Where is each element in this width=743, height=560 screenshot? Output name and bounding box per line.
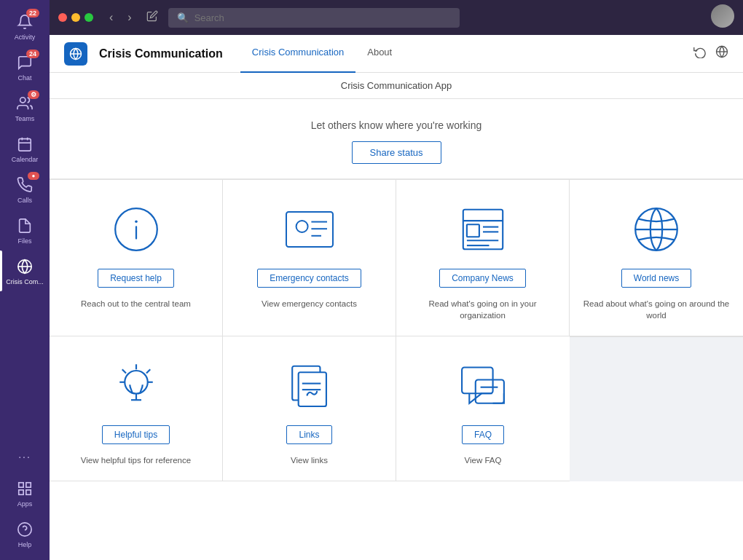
more-icon: ··· (15, 446, 35, 467)
content: Crisis Communication App Let others know… (50, 73, 743, 560)
chat-label: Chat (17, 74, 31, 82)
world-news-desc: Read about what's going on around the wo… (581, 298, 731, 321)
card-empty (570, 336, 743, 481)
apps-icon (15, 478, 35, 499)
company-news-desc: Read what's going on in your organizatio… (408, 298, 557, 321)
card-world-news[interactable]: World news Read about what's going on ar… (570, 180, 743, 336)
card-links[interactable]: Links View links (223, 336, 396, 481)
close-button[interactable] (58, 13, 67, 22)
request-help-desc: Reach out to the central team (81, 298, 191, 309)
content-inner: Crisis Communication App Let others know… (50, 73, 743, 560)
teams-icon: ⚙ (15, 93, 35, 114)
app-icon (64, 42, 87, 66)
helpful-tips-button[interactable]: Helpful tips (102, 425, 170, 444)
calendar-icon (15, 134, 35, 154)
tab-about[interactable]: About (355, 33, 404, 74)
search-input[interactable] (194, 12, 451, 23)
compose-button[interactable] (142, 7, 162, 28)
svg-rect-47 (476, 380, 504, 403)
cards-row-2: Helpful tips View helpful tips for refer… (50, 336, 743, 481)
request-help-icon (110, 200, 162, 259)
card-company-news[interactable]: Company News Read what's going on in you… (396, 180, 570, 336)
sidebar-item-apps[interactable]: Apps (0, 473, 50, 513)
sidebar-item-help[interactable]: Help (0, 513, 50, 554)
svg-rect-7 (19, 483, 23, 487)
sidebar-item-files[interactable]: Files (0, 210, 50, 251)
card-helpful-tips[interactable]: Helpful tips View helpful tips for refer… (50, 336, 223, 481)
svg-line-40 (146, 369, 150, 373)
chat-icon: 24 (15, 52, 35, 73)
activity-badge: 22 (26, 9, 39, 17)
calls-badge: ● (28, 172, 39, 180)
refresh-button[interactable] (693, 45, 707, 62)
sidebar-item-calendar[interactable]: Calendar (0, 128, 50, 169)
links-button[interactable]: Links (286, 425, 331, 444)
svg-line-39 (122, 369, 125, 373)
main-area: ‹ › 🔍 Crisis Communication Crisis Com (50, 0, 743, 560)
request-help-button[interactable]: Request help (98, 269, 174, 288)
app-tabs: Crisis Communication About (240, 33, 404, 74)
emergency-contacts-icon (283, 200, 336, 259)
app-bar-title: Crisis Communication App (341, 80, 452, 91)
maximize-button[interactable] (84, 13, 93, 22)
sidebar-item-crisis[interactable]: Crisis Com... (0, 251, 50, 291)
teams-label: Teams (15, 115, 35, 122)
card-faq[interactable]: FAQ View FAQ (396, 336, 570, 481)
popout-button[interactable] (715, 45, 728, 62)
world-news-icon (630, 200, 683, 259)
emergency-contacts-button[interactable]: Emergency contacts (257, 269, 361, 288)
svg-point-34 (125, 371, 148, 394)
card-emergency-contacts[interactable]: Emergency contacts View emergency contac… (223, 180, 396, 336)
emergency-contacts-desc: View emergency contacts (262, 298, 357, 309)
search-icon: 🔍 (177, 12, 189, 23)
forward-button[interactable]: › (123, 8, 135, 27)
help-icon (15, 519, 35, 540)
svg-rect-25 (463, 210, 502, 249)
search-bar[interactable]: 🔍 (168, 8, 460, 28)
calendar-label: Calendar (12, 156, 39, 163)
avatar[interactable] (711, 4, 734, 28)
title-bar-right (711, 4, 734, 31)
svg-rect-1 (19, 139, 31, 151)
world-news-button[interactable]: World news (621, 269, 691, 288)
files-icon (15, 216, 35, 236)
svg-point-21 (296, 221, 307, 232)
tab-crisis-communication[interactable]: Crisis Communication (240, 33, 355, 74)
back-button[interactable]: ‹ (105, 8, 117, 27)
crisis-icon (15, 256, 35, 277)
faq-desc: View FAQ (465, 454, 502, 466)
minimize-button[interactable] (71, 13, 80, 22)
svg-point-0 (20, 98, 25, 103)
svg-point-11 (18, 523, 31, 536)
sidebar-item-more[interactable]: ··· (0, 441, 50, 473)
company-news-icon (458, 200, 508, 259)
apps-label: Apps (17, 500, 33, 508)
status-section: Let others know where you're working Sha… (50, 99, 743, 179)
header-right-icons (693, 45, 728, 62)
app-bar: Crisis Communication App (50, 73, 743, 99)
links-icon (285, 357, 334, 415)
traffic-lights (58, 13, 93, 22)
sidebar: 22 Activity 24 Chat ⚙ Teams (0, 0, 50, 560)
card-request-help[interactable]: Request help Reach out to the central te… (50, 180, 223, 336)
company-news-button[interactable]: Company News (439, 269, 526, 288)
sidebar-item-calls[interactable]: ● Calls (0, 169, 50, 210)
svg-rect-10 (19, 490, 23, 494)
title-bar: ‹ › 🔍 (50, 0, 743, 35)
activity-label: Activity (15, 33, 36, 41)
app-title: Crisis Communication (99, 47, 223, 60)
calls-icon: ● (15, 175, 35, 195)
chat-badge: 24 (26, 50, 39, 58)
svg-rect-27 (466, 224, 479, 237)
sidebar-item-chat[interactable]: 24 Chat (0, 47, 50, 87)
faq-icon (458, 357, 508, 415)
sidebar-item-teams[interactable]: ⚙ Teams (0, 87, 50, 128)
svg-rect-9 (26, 490, 31, 494)
sidebar-item-activity[interactable]: 22 Activity (0, 6, 50, 47)
helpful-tips-icon (111, 357, 162, 415)
helpful-tips-desc: View helpful tips for reference (81, 454, 191, 466)
calls-label: Calls (17, 197, 32, 204)
help-label: Help (18, 541, 32, 548)
faq-button[interactable]: FAQ (462, 425, 504, 444)
share-status-button[interactable]: Share status (352, 141, 441, 164)
